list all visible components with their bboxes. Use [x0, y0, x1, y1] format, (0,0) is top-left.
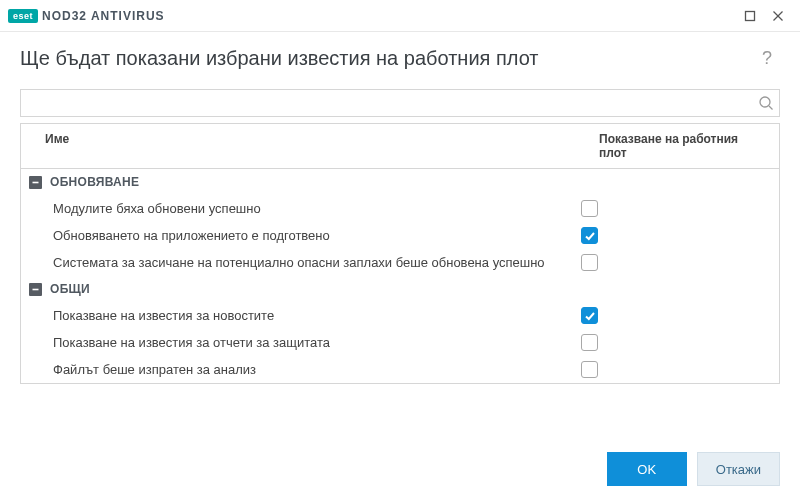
titlebar: eset NOD32 ANTIVIRUS	[0, 0, 800, 32]
desktop-checkbox[interactable]	[581, 361, 598, 378]
desktop-checkbox[interactable]	[581, 227, 598, 244]
search-row	[20, 89, 780, 117]
logo-text: NOD32 ANTIVIRUS	[42, 9, 165, 23]
table-row: Показване на известия за отчети за защит…	[21, 329, 779, 356]
table-row: Системата за засичане на потенциално опа…	[21, 249, 779, 276]
desktop-checkbox[interactable]	[581, 200, 598, 217]
collapse-icon[interactable]	[29, 283, 42, 296]
item-check-cell	[581, 227, 771, 244]
group-row[interactable]: ОБНОВЯВАНЕ	[21, 169, 779, 195]
column-name[interactable]: Име	[21, 124, 589, 168]
table-row: Файлът беше изпратен за анализ	[21, 356, 779, 383]
collapse-icon[interactable]	[29, 176, 42, 189]
check-icon	[584, 230, 596, 242]
item-label: Файлът беше изпратен за анализ	[29, 362, 581, 377]
logo-badge: eset	[8, 9, 38, 23]
item-label: Модулите бяха обновени успешно	[29, 201, 581, 216]
svg-point-3	[760, 97, 770, 107]
item-label: Показване на известия за отчети за защит…	[29, 335, 581, 350]
svg-line-4	[769, 106, 773, 110]
table-body: ОБНОВЯВАНЕМодулите бяха обновени успешно…	[21, 169, 779, 383]
item-check-cell	[581, 200, 771, 217]
group-label: ОБЩИ	[50, 282, 90, 296]
help-button[interactable]: ?	[754, 44, 780, 73]
item-check-cell	[581, 254, 771, 271]
dialog-header: Ще бъдат показани избрани известия на ра…	[0, 32, 800, 89]
dialog-content: Име Показване на работния плот ОБНОВЯВАН…	[0, 89, 800, 438]
dialog-title: Ще бъдат показани избрани известия на ра…	[20, 47, 539, 70]
item-check-cell	[581, 361, 771, 378]
maximize-icon	[744, 10, 756, 22]
table-header: Име Показване на работния плот	[21, 124, 779, 169]
search-icon	[758, 95, 774, 111]
column-desktop[interactable]: Показване на работния плот	[589, 124, 779, 168]
search-input[interactable]	[20, 89, 780, 117]
item-check-cell	[581, 307, 771, 324]
svg-rect-0	[746, 11, 755, 20]
maximize-button[interactable]	[736, 2, 764, 30]
desktop-checkbox[interactable]	[581, 254, 598, 271]
ok-button[interactable]: OK	[607, 452, 687, 486]
cancel-button[interactable]: Откажи	[697, 452, 780, 486]
table-row: Модулите бяха обновени успешно	[21, 195, 779, 222]
app-logo: eset NOD32 ANTIVIRUS	[8, 9, 165, 23]
check-icon	[584, 310, 596, 322]
close-icon	[772, 10, 784, 22]
desktop-checkbox[interactable]	[581, 307, 598, 324]
group-label: ОБНОВЯВАНЕ	[50, 175, 139, 189]
item-label: Обновяването на приложението е подготвен…	[29, 228, 581, 243]
item-label: Системата за засичане на потенциално опа…	[29, 255, 581, 270]
dialog-footer: OK Откажи	[0, 438, 800, 500]
notifications-table: Име Показване на работния плот ОБНОВЯВАН…	[20, 123, 780, 384]
table-row: Показване на известия за новостите	[21, 302, 779, 329]
table-row: Обновяването на приложението е подготвен…	[21, 222, 779, 249]
close-button[interactable]	[764, 2, 792, 30]
item-label: Показване на известия за новостите	[29, 308, 581, 323]
group-row[interactable]: ОБЩИ	[21, 276, 779, 302]
item-check-cell	[581, 334, 771, 351]
desktop-checkbox[interactable]	[581, 334, 598, 351]
